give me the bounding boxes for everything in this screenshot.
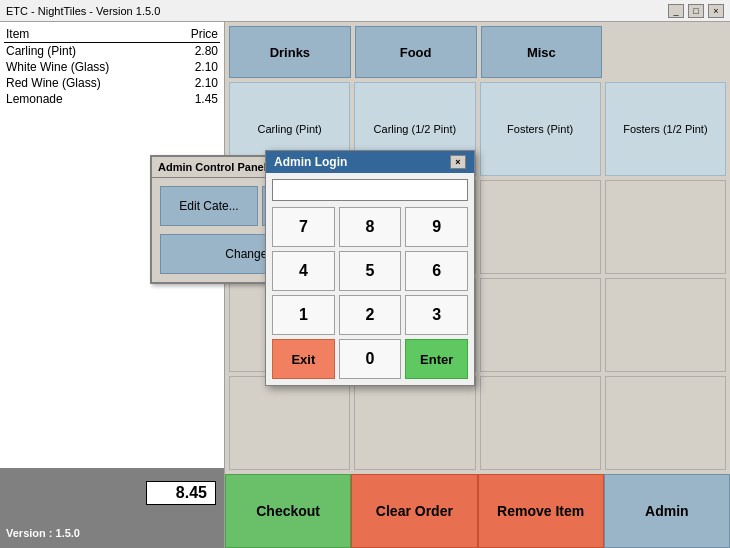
num-button-5[interactable]: 5 [339,251,402,291]
numpad-bottom-row: Exit 0 Enter [272,339,468,379]
num-button-4[interactable]: 4 [272,251,335,291]
numpad-grid: 789456123 [272,207,468,335]
zero-button[interactable]: 0 [339,339,402,379]
modal-title-bar: Admin Login × [266,151,474,173]
num-button-6[interactable]: 6 [405,251,468,291]
num-button-1[interactable]: 1 [272,295,335,335]
exit-button[interactable]: Exit [272,339,335,379]
enter-button[interactable]: Enter [405,339,468,379]
admin-login-dialog: Admin Login × 789456123 Exit 0 Enter [265,150,475,386]
num-button-2[interactable]: 2 [339,295,402,335]
modal-body: 789456123 Exit 0 Enter [266,173,474,385]
num-button-8[interactable]: 8 [339,207,402,247]
modal-title-text: Admin Login [274,155,347,169]
modal-overlay: Admin Login × 789456123 Exit 0 Enter [0,0,730,548]
num-button-9[interactable]: 9 [405,207,468,247]
modal-close-button[interactable]: × [450,155,466,169]
num-button-7[interactable]: 7 [272,207,335,247]
num-button-3[interactable]: 3 [405,295,468,335]
pin-input[interactable] [272,179,468,201]
